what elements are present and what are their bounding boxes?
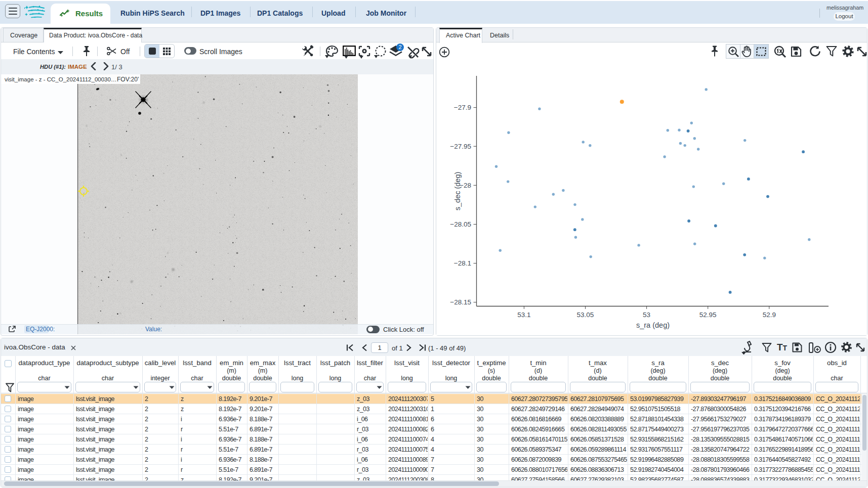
svg-text:52.95: 52.95 — [699, 311, 717, 319]
svg-text:−28.1: −28.1 — [454, 259, 471, 267]
svg-text:53.05: 53.05 — [577, 311, 594, 319]
svg-text:−27.9: −27.9 — [454, 104, 471, 111]
svg-text:s_ra (deg): s_ra (deg) — [636, 321, 670, 329]
svg-text:−28.15: −28.15 — [450, 298, 471, 306]
svg-text:−27.95: −27.95 — [450, 143, 471, 150]
svg-text:s_dec (deg): s_dec (deg) — [453, 172, 462, 211]
svg-text:52.9: 52.9 — [763, 311, 776, 319]
svg-text:−28.05: −28.05 — [450, 220, 471, 228]
svg-text:53: 53 — [643, 311, 650, 319]
svg-text:53.1: 53.1 — [517, 311, 530, 319]
